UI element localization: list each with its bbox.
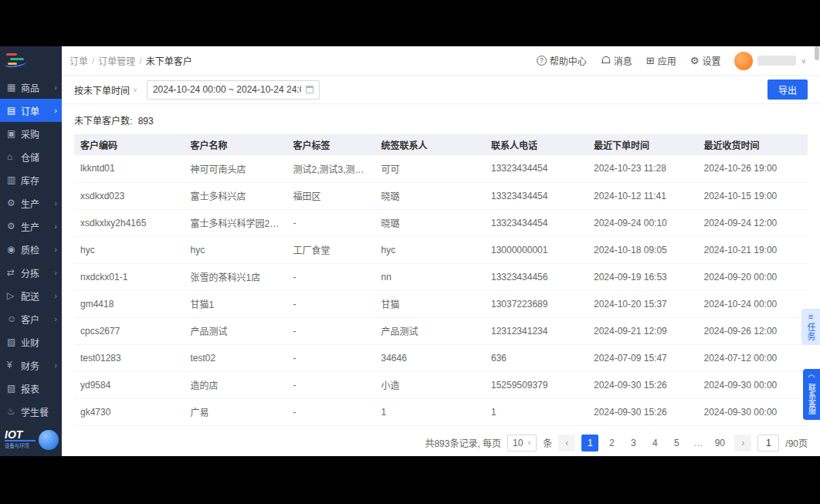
sidebar-item-sorting[interactable]: ⇄分拣› <box>0 261 62 284</box>
breadcrumb-separator: / <box>92 56 94 66</box>
table-body: lkkntd01神可可南头店测试2,测试3,测试4...可可1332343445… <box>74 155 808 425</box>
table-row[interactable]: nxdckx01-1张雪的茶科兴1店-nn133234344562024-09-… <box>74 263 808 290</box>
table-cell: 产品测试 <box>375 317 486 344</box>
sidebar-item-production[interactable]: ⚙生产› <box>0 191 62 215</box>
table-cell: 15259509379 <box>485 371 588 398</box>
orders-icon: ▤ <box>7 105 19 116</box>
table-header-row: 客户编码客户名称客户标签统签联系人联系人电话最近下单时间最近收货时间 <box>74 134 808 155</box>
purchase-icon: ▣ <box>7 128 19 139</box>
chevron-down-icon: ∨ <box>133 86 137 93</box>
settings-button[interactable]: ⚙设置 <box>690 54 721 67</box>
export-button[interactable]: 导出 <box>767 79 808 100</box>
page-jump-input[interactable] <box>757 435 779 452</box>
table-cell: - <box>287 209 375 236</box>
sidebar-item-label: 仓储 <box>21 151 39 164</box>
table-cell: 2024-10-15 19:00 <box>698 182 808 209</box>
chevron-down-icon: ∨ <box>801 57 806 65</box>
page-size-value: 10 <box>513 438 523 448</box>
sidebar-item-purchase[interactable]: ▣采购 <box>0 122 62 145</box>
logo-bar-red <box>6 53 17 56</box>
table-cell: - <box>287 398 375 425</box>
warehouse-icon: ⌂ <box>7 151 19 162</box>
main-area: 订单/订单管理/未下单客户 ?帮助中心消息⊞应用⚙设置 ∨ 按未下单时间 ∨ <box>62 46 820 456</box>
page-size-unit: 条 <box>543 436 552 449</box>
page-size-select[interactable]: 10 ∨ <box>507 435 537 452</box>
sidebar-item-customer[interactable]: ☺客户› <box>0 307 62 330</box>
sidebar-item-label: 生产 <box>21 220 39 233</box>
user-menu[interactable]: ∨ <box>734 52 806 70</box>
sidebar-item-reports[interactable]: ▧报表 <box>0 377 62 400</box>
page-button[interactable]: 2 <box>603 435 620 452</box>
sidebar-item-label: 报表 <box>21 382 39 395</box>
scrollbar[interactable] <box>815 46 819 456</box>
sidebar-item-student-meal[interactable]: ♨学生餐 <box>0 400 62 423</box>
prev-page-button[interactable]: ‹ <box>558 435 575 452</box>
customers-table: 客户编码客户名称客户标签统签联系人联系人电话最近下单时间最近收货时间 lkknt… <box>74 134 808 426</box>
page-button[interactable]: 1 <box>581 435 598 452</box>
iot-logo-subtitle: 设备与环境 <box>5 442 29 449</box>
table-cell: - <box>287 344 375 371</box>
table-cell: test02 <box>185 344 287 371</box>
apps-button[interactable]: ⊞应用 <box>646 54 676 67</box>
reports-icon: ▧ <box>7 383 19 394</box>
messages-button[interactable]: 消息 <box>601 54 632 67</box>
table-row[interactable]: yd9584造的店-小造152595093792024-09-30 15:262… <box>74 371 808 398</box>
chevron-right-icon: › <box>54 268 57 277</box>
sidebar-item-inventory[interactable]: ▥库存 <box>0 168 62 191</box>
chevron-right-icon: › <box>54 106 57 115</box>
table-cell: hyc <box>375 236 486 263</box>
table-cell: 2024-07-12 00:00 <box>698 344 808 371</box>
table-row[interactable]: hychyc工厂食堂hyc130000000012024-10-18 09:05… <box>74 236 808 263</box>
page-button[interactable]: 90 <box>711 435 728 452</box>
sidebar-item-business-finance[interactable]: ▨业财 <box>0 330 62 353</box>
table-cell: 1 <box>375 398 486 425</box>
table-cell: 工厂食堂 <box>287 236 375 263</box>
table-cell: 晓璐 <box>375 182 486 209</box>
table-cell: 甘猫 <box>375 290 486 317</box>
page-list: 12345…90 <box>581 435 728 452</box>
table-cell: 2024-10-18 09:05 <box>588 236 698 263</box>
page-button[interactable]: 3 <box>625 435 642 452</box>
table-cell: 广易 <box>185 398 287 425</box>
letterbox-bottom <box>0 456 820 504</box>
page-button[interactable]: 4 <box>646 435 663 452</box>
table-row[interactable]: gk4730广易-112024-09-30 15:262024-09-30 00… <box>74 398 808 425</box>
sidebar-item-warehouse[interactable]: ⌂仓储 <box>0 145 62 168</box>
goods-icon: ▦ <box>7 82 19 93</box>
table-cell: 2024-09-24 12:00 <box>698 209 808 236</box>
filter-type-select[interactable]: 按未下单时间 ∨ <box>74 83 137 96</box>
page-button[interactable]: 5 <box>668 435 685 452</box>
table-cell: 2024-09-24 00:10 <box>588 209 698 236</box>
table-row[interactable]: gm4418甘猫1-甘猫130372236892024-10-20 15:372… <box>74 290 808 317</box>
table-cell: cpcs2677 <box>74 317 185 344</box>
help-center-button[interactable]: ?帮助中心 <box>537 54 587 67</box>
sidebar-item-production-2[interactable]: ⚙生产› <box>0 215 62 238</box>
table-cell: 2024-09-30 00:00 <box>698 371 808 398</box>
table-row[interactable]: cpcs2677产品测试-产品测试123123412342024-09-21 1… <box>74 317 808 344</box>
sidebar-item-quality[interactable]: ◉质检› <box>0 238 62 261</box>
breadcrumb-item[interactable]: 订单 <box>69 54 88 67</box>
breadcrumb-item: 未下单客户 <box>146 54 192 67</box>
next-page-button[interactable]: › <box>734 435 751 452</box>
table-row[interactable]: test01283test02-346466362024-07-09 15:47… <box>74 344 808 371</box>
sidebar-item-goods[interactable]: ▦商品› <box>0 76 62 99</box>
filter-bar: 按未下单时间 ∨ 导出 <box>62 76 820 104</box>
scrollbar-thumb[interactable] <box>815 46 819 60</box>
table-cell: 13000000001 <box>485 236 588 263</box>
table-cell: 13323434454 <box>485 182 588 209</box>
date-range-picker[interactable] <box>147 80 320 100</box>
table-row[interactable]: xsdkxd023富士多科兴店福田区晓璐133234344542024-10-1… <box>74 182 808 209</box>
chevron-right-icon: › <box>54 314 57 323</box>
avatar[interactable] <box>734 52 753 70</box>
sidebar-item-delivery[interactable]: ▷配送› <box>0 284 62 307</box>
sidebar: ▦商品›▤订单›▣采购⌂仓储▥库存⚙生产›⚙生产›◉质检›⇄分拣›▷配送›☺客户… <box>0 46 62 456</box>
sidebar-item-label: 生产 <box>21 197 39 210</box>
sidebar-item-finance[interactable]: ¥财务› <box>0 353 62 377</box>
table-row[interactable]: xsdkxlxy2h4165富士多科兴科学园2号1...-晓璐133234344… <box>74 209 808 236</box>
production-2-icon: ⚙ <box>7 221 19 232</box>
sidebar-item-label: 商品 <box>21 81 39 94</box>
table-row[interactable]: lkkntd01神可可南头店测试2,测试3,测试4...可可1332343445… <box>74 155 808 182</box>
breadcrumb-item[interactable]: 订单管理 <box>98 54 135 67</box>
date-range-input[interactable] <box>153 84 301 95</box>
sidebar-item-orders[interactable]: ▤订单› <box>0 99 62 122</box>
